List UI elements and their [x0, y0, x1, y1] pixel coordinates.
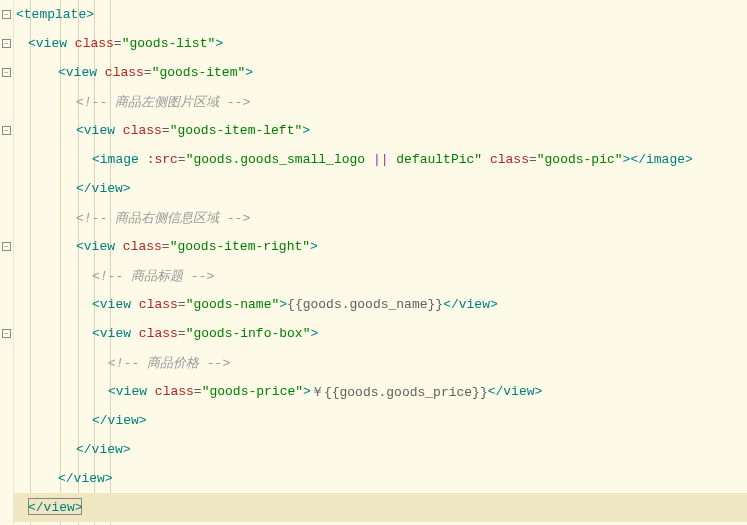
token-text: = — [162, 239, 170, 254]
code-line[interactable]: <view class="goods-item"> — [14, 58, 747, 87]
code-line[interactable]: <view class="goods-info-box"> — [14, 319, 747, 348]
code-line[interactable]: <template> — [14, 0, 747, 29]
token-tag: </view> — [76, 442, 131, 457]
token-comment: <!-- 商品标题 --> — [92, 267, 214, 285]
token-attr: class — [123, 123, 162, 138]
token-attr: class — [490, 152, 529, 167]
token-text: = — [114, 36, 122, 51]
code-line[interactable]: <image :src="goods.goods_small_logo || d… — [14, 145, 747, 174]
code-line[interactable]: <!-- 商品价格 --> — [14, 348, 747, 377]
fold-minus-icon[interactable]: − — [2, 10, 11, 19]
token-tag: > — [310, 326, 318, 341]
code-line[interactable]: <view class="goods-item-left"> — [14, 116, 747, 145]
token-tag: <view — [92, 297, 131, 312]
gutter-cell: − — [0, 29, 14, 58]
code-line[interactable]: </view> — [14, 493, 747, 522]
token-str: "goods-item-right" — [170, 239, 310, 254]
token-attr: class — [123, 239, 162, 254]
token-text — [115, 123, 123, 138]
gutter-cell: − — [0, 0, 14, 29]
code-line[interactable]: </view> — [14, 435, 747, 464]
fold-minus-icon[interactable]: − — [2, 126, 11, 135]
token-attr: :src — [147, 152, 178, 167]
token-tag: <view — [76, 239, 115, 254]
token-text — [131, 326, 139, 341]
token-tag: </view> — [58, 471, 113, 486]
token-tag: </view> — [28, 500, 83, 515]
code-area[interactable]: <template><view class="goods-list"><view… — [14, 0, 747, 525]
token-tag: <view — [92, 326, 131, 341]
gutter-cell — [0, 406, 14, 435]
token-interp: ￥{{goods.goods_price}} — [311, 383, 488, 401]
token-text — [115, 239, 123, 254]
token-text — [131, 297, 139, 312]
token-text — [67, 36, 75, 51]
gutter: −−−−−− — [0, 0, 14, 525]
gutter-cell — [0, 203, 14, 232]
token-comment: <!-- 商品右侧信息区域 --> — [76, 209, 250, 227]
token-attr: class — [155, 384, 194, 399]
fold-minus-icon[interactable]: − — [2, 329, 11, 338]
token-attr: class — [139, 326, 178, 341]
gutter-cell — [0, 290, 14, 319]
gutter-cell — [0, 261, 14, 290]
gutter-cell — [0, 493, 14, 522]
token-tag: </view> — [92, 413, 147, 428]
code-line[interactable]: <!-- 商品右侧信息区域 --> — [14, 203, 747, 232]
code-line[interactable]: </view> — [14, 174, 747, 203]
gutter-cell — [0, 377, 14, 406]
token-tag: </view> — [443, 297, 498, 312]
token-text: = — [178, 297, 186, 312]
token-str: "goods-item-left" — [170, 123, 303, 138]
token-op: || — [373, 152, 389, 167]
gutter-cell — [0, 145, 14, 174]
token-tag: <view — [76, 123, 115, 138]
token-str: "goods.goods_small_logo — [186, 152, 373, 167]
token-str: "goods-item" — [152, 65, 246, 80]
code-editor[interactable]: −−−−−− <template><view class="goods-list… — [0, 0, 747, 525]
token-tag: > — [215, 36, 223, 51]
code-line[interactable]: <view class="goods-price">￥{{goods.goods… — [14, 377, 747, 406]
gutter-cell: − — [0, 319, 14, 348]
gutter-cell: − — [0, 232, 14, 261]
token-text: = — [144, 65, 152, 80]
token-tag: <view — [58, 65, 97, 80]
token-str: "goods-list" — [122, 36, 216, 51]
code-line[interactable]: <view class="goods-list"> — [14, 29, 747, 58]
fold-minus-icon[interactable]: − — [2, 39, 11, 48]
code-line[interactable]: <view class="goods-item-right"> — [14, 232, 747, 261]
gutter-cell: − — [0, 58, 14, 87]
code-line[interactable]: </view> — [14, 406, 747, 435]
token-str: "goods-pic" — [537, 152, 623, 167]
token-text: = — [178, 152, 186, 167]
token-str: "goods-info-box" — [186, 326, 311, 341]
token-tag: <view — [28, 36, 67, 51]
code-line[interactable]: </view> — [14, 464, 747, 493]
fold-minus-icon[interactable]: − — [2, 242, 11, 251]
code-line[interactable]: <view class="goods-name">{{goods.goods_n… — [14, 290, 747, 319]
fold-minus-icon[interactable]: − — [2, 68, 11, 77]
token-tag: <template> — [16, 7, 94, 22]
token-tag: > — [279, 297, 287, 312]
token-tag: ></image> — [623, 152, 693, 167]
token-tag: </view> — [488, 384, 543, 399]
token-text — [139, 152, 147, 167]
token-tag: </view> — [76, 181, 131, 196]
token-comment: <!-- 商品左侧图片区域 --> — [76, 93, 250, 111]
code-line[interactable]: <!-- 商品标题 --> — [14, 261, 747, 290]
token-str: "goods-name" — [186, 297, 280, 312]
token-text: = — [178, 326, 186, 341]
token-tag: <view — [108, 384, 147, 399]
token-attr: class — [105, 65, 144, 80]
code-line[interactable]: <!-- 商品左侧图片区域 --> — [14, 87, 747, 116]
gutter-cell — [0, 174, 14, 203]
token-attr: class — [139, 297, 178, 312]
token-text: = — [529, 152, 537, 167]
token-str: defaultPic" — [389, 152, 483, 167]
token-str: "goods-price" — [202, 384, 303, 399]
gutter-cell — [0, 435, 14, 464]
token-text — [147, 384, 155, 399]
gutter-cell — [0, 464, 14, 493]
token-interp: {{goods.goods_name}} — [287, 297, 443, 312]
token-tag: > — [302, 123, 310, 138]
